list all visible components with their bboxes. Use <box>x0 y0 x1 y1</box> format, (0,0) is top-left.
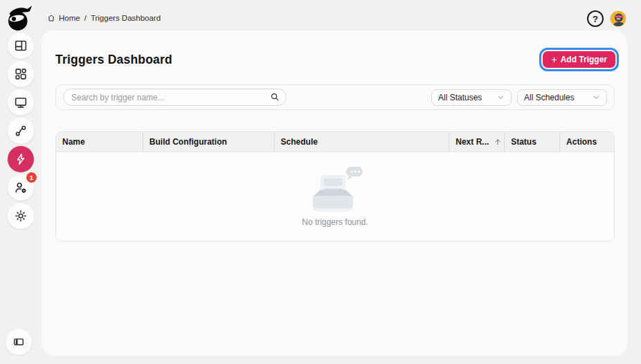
lightning-bolt-icon <box>13 152 28 167</box>
triggers-table: Name Build Configuration Schedule Next R… <box>55 131 615 242</box>
sidebar: 1 <box>0 33 42 229</box>
breadcrumb-current: Triggers Dashboard <box>91 14 161 22</box>
sort-ascending-icon[interactable] <box>494 138 502 146</box>
column-header-schedule: Schedule <box>274 132 449 152</box>
sidebar-collapse-button[interactable] <box>6 329 32 355</box>
user-settings-icon <box>13 180 28 195</box>
sidebar-item-layout-board[interactable] <box>8 33 34 59</box>
chevron-down-icon <box>497 93 505 101</box>
topbar-actions: ? <box>587 10 626 27</box>
column-header-name: Name <box>56 132 143 152</box>
chevron-down-icon <box>593 93 600 101</box>
column-header-build-configuration: Build Configuration <box>143 132 274 152</box>
app-window: Home / Triggers Dashboard ? <box>0 0 641 364</box>
plus-icon: + <box>551 55 557 64</box>
gear-icon <box>13 208 28 224</box>
breadcrumb-separator: / <box>84 14 87 22</box>
pipeline-route-icon <box>13 123 28 138</box>
notification-badge: 1 <box>26 172 37 183</box>
empty-inbox-illustration <box>302 167 368 214</box>
question-mark-icon: ? <box>593 14 598 24</box>
sidebar-item-pipelines[interactable] <box>8 118 34 144</box>
home-icon <box>47 14 55 22</box>
layout-board-icon <box>13 38 28 53</box>
sidebar-item-users[interactable]: 1 <box>8 174 34 201</box>
help-button[interactable]: ? <box>587 10 604 27</box>
filter-selects: All Statuses All Schedules <box>431 89 607 106</box>
status-filter-value: All Statuses <box>438 93 482 102</box>
status-filter-select[interactable]: All Statuses <box>431 89 512 106</box>
search-input[interactable] <box>63 89 287 106</box>
user-avatar[interactable] <box>610 10 626 27</box>
schedule-filter-value: All Schedules <box>524 93 575 102</box>
schedule-filter-select[interactable]: All Schedules <box>517 89 607 106</box>
breadcrumb: Home / Triggers Dashboard <box>47 14 161 22</box>
search-field <box>63 89 287 106</box>
breadcrumb-home[interactable]: Home <box>59 14 80 22</box>
column-header-next-run[interactable]: Next R... <box>449 132 504 152</box>
table-header-row: Name Build Configuration Schedule Next R… <box>56 132 614 152</box>
empty-state-text: No triggers found. <box>302 217 368 227</box>
add-trigger-button[interactable]: + Add Trigger <box>543 51 615 68</box>
avatar-ninja-icon <box>611 11 626 27</box>
sidebar-item-monitor[interactable] <box>8 89 34 116</box>
apps-grid-icon <box>13 66 28 82</box>
page-header: Triggers Dashboard + Add Trigger <box>42 30 627 68</box>
page-title: Triggers Dashboard <box>55 53 172 67</box>
monitor-icon <box>13 95 28 110</box>
table-empty-state: No triggers found. <box>56 152 614 242</box>
filter-bar: All Statuses All Schedules <box>55 84 615 110</box>
add-trigger-label: Add Trigger <box>561 55 607 64</box>
sidebar-item-apps[interactable] <box>8 61 34 87</box>
ninja-logo-icon <box>4 3 35 33</box>
column-header-actions: Actions <box>559 132 614 152</box>
sidebar-item-triggers[interactable] <box>8 146 34 172</box>
main-card: Triggers Dashboard + Add Trigger All Sta… <box>42 30 627 356</box>
app-logo[interactable] <box>4 3 35 33</box>
column-header-status: Status <box>504 132 559 152</box>
collapse-panel-icon <box>12 335 26 349</box>
sidebar-item-settings[interactable] <box>8 203 34 229</box>
search-icon[interactable] <box>270 92 280 102</box>
